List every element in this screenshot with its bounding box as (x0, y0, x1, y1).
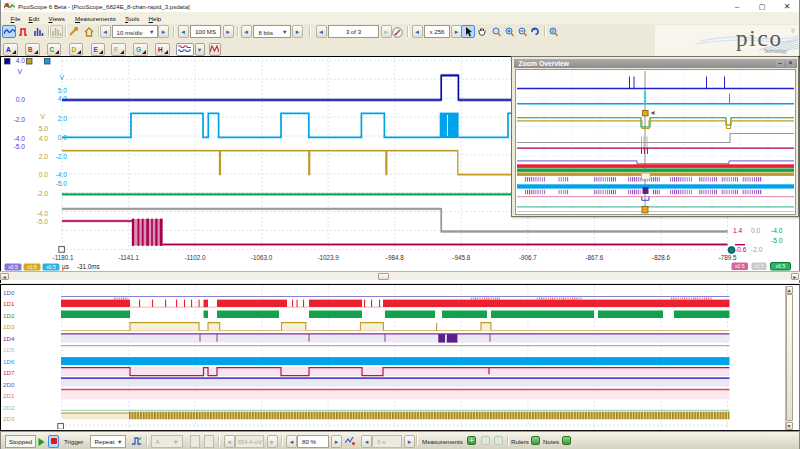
svg-text:-1023.9: -1023.9 (318, 254, 340, 261)
svg-text:-4.0: -4.0 (37, 210, 49, 217)
svg-text:pico: pico (736, 25, 783, 50)
svg-text:x0.5: x0.5 (46, 264, 56, 270)
svg-text:-4.0: -4.0 (14, 135, 26, 142)
svg-text:-4.0: -4.0 (56, 171, 68, 178)
svg-text:4.0: 4.0 (16, 57, 25, 64)
svg-text:V: V (41, 113, 46, 120)
svg-text:-2.0: -2.0 (751, 246, 763, 253)
svg-text:0.0: 0.0 (751, 227, 760, 234)
svg-text:x0.5: x0.5 (735, 263, 745, 269)
svg-text:2D0: 2D0 (3, 380, 15, 387)
svg-text:-984.8: -984.8 (386, 254, 404, 261)
svg-text:V: V (18, 68, 23, 75)
svg-text:1D6: 1D6 (3, 357, 15, 364)
svg-text:-0.6: -0.6 (735, 246, 747, 253)
svg-text:Technology: Technology (764, 49, 788, 54)
svg-text:1.4: 1.4 (733, 227, 742, 234)
svg-text:®: ® (791, 27, 795, 33)
svg-text:-828.6: -828.6 (652, 254, 670, 261)
svg-text:-5.0: -5.0 (56, 180, 68, 187)
svg-text:x0.5: x0.5 (754, 263, 764, 269)
svg-text:2D2: 2D2 (3, 403, 15, 410)
svg-text:1D4: 1D4 (3, 334, 15, 341)
svg-text:-1141.1: -1141.1 (118, 254, 139, 261)
svg-text:-867.6: -867.6 (585, 254, 603, 261)
svg-text:x0.5: x0.5 (8, 264, 18, 270)
svg-text:-906.7: -906.7 (519, 254, 537, 261)
svg-text:1D5: 1D5 (3, 346, 15, 353)
svg-text:-4.0: -4.0 (771, 227, 783, 234)
svg-text:-1102.0: -1102.0 (185, 254, 206, 261)
svg-text:-1063.0: -1063.0 (251, 254, 273, 261)
svg-text:1D0: 1D0 (3, 288, 15, 295)
svg-text:1D7: 1D7 (3, 369, 15, 376)
svg-text:1D3: 1D3 (3, 323, 15, 330)
svg-text:5.0: 5.0 (58, 87, 67, 94)
svg-text:1D1: 1D1 (3, 300, 15, 307)
svg-text:-2.0: -2.0 (14, 116, 26, 123)
svg-text:0.0: 0.0 (39, 171, 48, 178)
svg-text:2.0: 2.0 (39, 153, 48, 160)
svg-text:-2.0: -2.0 (56, 153, 68, 160)
svg-text:-5.0: -5.0 (14, 143, 26, 150)
svg-text:-5.0: -5.0 (37, 218, 49, 225)
svg-text:1D2: 1D2 (3, 311, 15, 318)
svg-text:x0.5: x0.5 (776, 263, 786, 269)
svg-text:-2.0: -2.0 (37, 190, 49, 197)
svg-text:-5.0: -5.0 (771, 237, 783, 244)
svg-text:2D1: 2D1 (3, 392, 15, 399)
svg-text:-1180.1: -1180.1 (53, 254, 74, 261)
svg-text:2D3: 2D3 (3, 415, 15, 422)
svg-text:-945.8: -945.8 (452, 254, 470, 261)
svg-text:2.0: 2.0 (58, 115, 67, 122)
svg-text:V: V (60, 74, 65, 81)
svg-text:5.0: 5.0 (39, 125, 48, 132)
svg-text:4.0: 4.0 (39, 135, 48, 142)
svg-text:0.0: 0.0 (16, 96, 25, 103)
svg-text:-789.5: -789.5 (719, 254, 737, 261)
svg-text:-31.0ms: -31.0ms (77, 263, 100, 270)
svg-text:x0.5: x0.5 (27, 264, 37, 270)
